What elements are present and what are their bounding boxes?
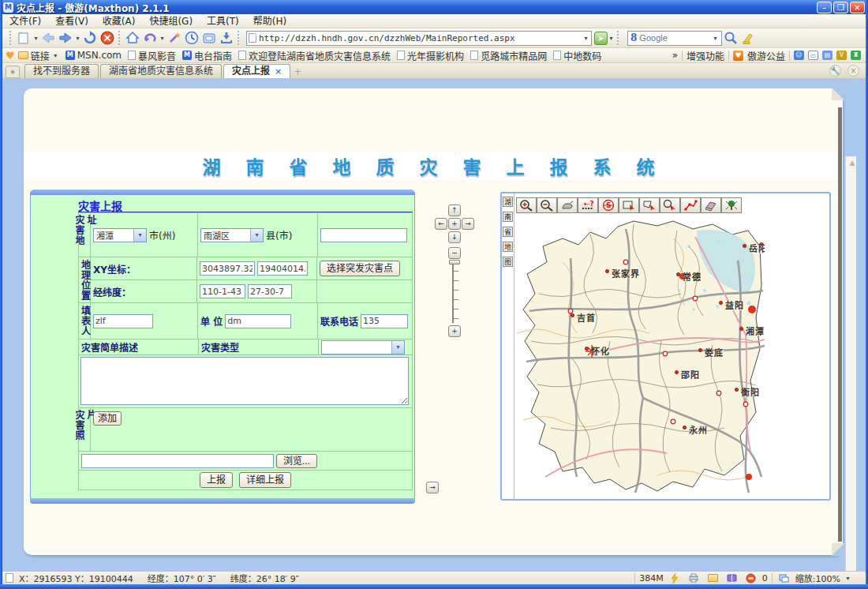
pan-hand-icon[interactable] <box>557 197 578 213</box>
bookmark-msn[interactable]: M MSN.com <box>62 50 125 61</box>
maximize-button[interactable]: ❐ <box>833 2 848 13</box>
add-photo-button[interactable]: 添加 <box>93 411 122 426</box>
zoom-dropdown-icon[interactable]: ▾ <box>844 575 851 582</box>
printer-icon[interactable] <box>688 573 699 583</box>
bookmark-zhongdi[interactable]: 中地数码 <box>550 49 604 62</box>
reporter-name-input[interactable] <box>93 314 153 328</box>
home-icon[interactable] <box>124 30 141 47</box>
pan-right-icon[interactable]: → <box>462 218 474 230</box>
bookmark-storm-player[interactable]: 暴风影音 <box>125 49 179 62</box>
scroll-up-icon[interactable]: ▲ <box>846 156 856 169</box>
pan-center-icon[interactable]: + <box>448 218 461 230</box>
select-shape-icon[interactable] <box>639 197 660 213</box>
tab-settings-wrench-icon[interactable]: 🔧 <box>829 65 841 77</box>
forward-icon[interactable] <box>57 30 74 47</box>
go-button[interactable]: ➤ <box>594 32 608 45</box>
draw-line-icon[interactable] <box>680 197 701 213</box>
go-dropdown-icon[interactable]: ▾ <box>608 35 615 42</box>
menu-groups[interactable]: 快捷组(G) <box>142 14 200 28</box>
file-path-input[interactable] <box>81 454 274 468</box>
pan-left-icon[interactable]: ← <box>435 218 447 230</box>
address-bar[interactable]: ▾ <box>246 31 592 46</box>
window-icon[interactable]: ▭ <box>808 51 818 60</box>
bookmark-radio-guide[interactable]: M 电台指南 <box>179 49 235 62</box>
stop-icon[interactable] <box>99 30 116 47</box>
select-box-icon[interactable] <box>619 197 639 213</box>
address-detail-input[interactable] <box>320 228 407 242</box>
tab-list-star-icon[interactable]: ★ <box>6 66 20 78</box>
window-resize-icon[interactable] <box>779 574 789 583</box>
search-input[interactable] <box>639 33 712 43</box>
city-select[interactable]: 湘潭 ▾ <box>93 228 147 242</box>
zoom-box-icon[interactable] <box>660 197 680 213</box>
zoom-out-icon[interactable] <box>537 197 557 213</box>
disaster-type-select[interactable]: ▾ <box>321 340 405 355</box>
measure-distance-icon[interactable]: ⇠? <box>578 197 598 213</box>
game-icon[interactable]: ♜ <box>851 51 861 60</box>
page-scrollbar[interactable]: ▲ ▼ <box>845 156 856 571</box>
book-icon[interactable] <box>727 573 737 583</box>
tab-close-all-icon[interactable]: × <box>847 65 859 77</box>
filter-wand-icon[interactable] <box>166 30 183 47</box>
maxthon-charity-link[interactable]: 傲游公益 <box>747 49 785 62</box>
browse-button[interactable]: 浏览... <box>276 454 317 468</box>
new-page-icon[interactable] <box>15 30 32 47</box>
pan-down-icon[interactable]: ↓ <box>448 231 461 243</box>
download-icon[interactable] <box>218 30 235 47</box>
bookmark-photo-studio[interactable]: 光年摄影机构 <box>394 49 467 62</box>
x-coordinate-input[interactable] <box>200 261 255 276</box>
chevron-down-icon[interactable]: ▾ <box>133 229 146 242</box>
address-dropdown-icon[interactable]: ▾ <box>582 35 589 42</box>
capture-icon[interactable] <box>200 30 218 47</box>
menu-file[interactable]: 文件(F) <box>2 14 48 28</box>
phone-input[interactable] <box>361 314 408 328</box>
user-icon[interactable]: ☺ <box>794 51 804 60</box>
longitude-input[interactable] <box>200 284 245 298</box>
ad-blocker-icon[interactable] <box>746 573 756 583</box>
menu-tools[interactable]: 工具(T) <box>200 14 246 28</box>
detail-submit-button[interactable]: 详细上报 <box>239 472 291 488</box>
v-plugin-icon[interactable]: V <box>836 51 847 60</box>
zoom-in-step-icon[interactable]: + <box>448 325 461 337</box>
new-page-dropdown-icon[interactable]: ▾ <box>32 35 39 42</box>
notes-icon[interactable]: ▤ <box>822 51 832 60</box>
chevron-down-icon[interactable]: ▾ <box>391 341 404 354</box>
zoom-in-icon[interactable] <box>516 197 537 213</box>
history-dropdown-icon[interactable]: ▾ <box>74 35 81 42</box>
map-canvas[interactable]: 张家界常德益阳吉首怀化湘潭娄底邵阳衡阳永州岳阳 <box>515 215 765 494</box>
county-select[interactable]: 雨湖区 ▾ <box>200 228 264 242</box>
zoom-slider[interactable] <box>452 261 460 323</box>
measure-area-icon[interactable]: S <box>598 197 619 213</box>
undo-icon[interactable] <box>141 30 159 47</box>
description-textarea[interactable] <box>80 357 409 405</box>
bookmarks-overflow-icon[interactable]: » <box>672 50 678 61</box>
enhance-features-link[interactable]: 增强功能 <box>687 49 724 62</box>
close-button[interactable]: × <box>850 2 865 13</box>
zoom-slider-handle[interactable] <box>449 260 460 264</box>
bookmark-hunan-geo-system[interactable]: 欢迎登陆湖南省地质灾害信息系统 <box>235 49 394 62</box>
chevron-down-icon[interactable]: ▾ <box>250 229 263 242</box>
minimize-button[interactable]: – <box>817 2 832 13</box>
history-clock-icon[interactable] <box>183 30 200 47</box>
eraser-icon[interactable] <box>701 197 721 213</box>
menu-favorites[interactable]: 收藏(A) <box>95 14 143 28</box>
new-tab-icon[interactable]: + <box>294 66 301 78</box>
search-box[interactable]: 8 ▾ <box>627 31 722 46</box>
boost-lightning-icon[interactable] <box>670 573 679 583</box>
bookmark-links-folder[interactable]: 链接 ▾ <box>15 49 62 62</box>
undo-dropdown-icon[interactable]: ▾ <box>159 35 166 42</box>
full-extent-icon[interactable] <box>721 197 742 213</box>
maxthon-charity-icon[interactable]: ♥ <box>733 51 743 61</box>
folder-icon[interactable] <box>708 574 718 582</box>
pan-up-icon[interactable]: ↑ <box>448 204 461 216</box>
tab-server-not-found[interactable]: 找不到服务器 <box>24 64 99 78</box>
tab-disaster-report[interactable]: 灾点上报 × <box>223 64 290 78</box>
back-icon[interactable] <box>39 30 57 47</box>
latitude-input[interactable] <box>248 284 292 298</box>
zoom-level[interactable]: 缩放:100% <box>795 572 840 584</box>
search-engine-dropdown-icon[interactable]: ▾ <box>712 35 719 42</box>
bookmark-city-boutique[interactable]: 觅路城市精品网 <box>467 49 550 62</box>
collapse-panel-icon[interactable]: → <box>426 482 439 493</box>
unit-input[interactable] <box>225 314 291 328</box>
zoom-out-step-icon[interactable]: − <box>448 247 461 259</box>
